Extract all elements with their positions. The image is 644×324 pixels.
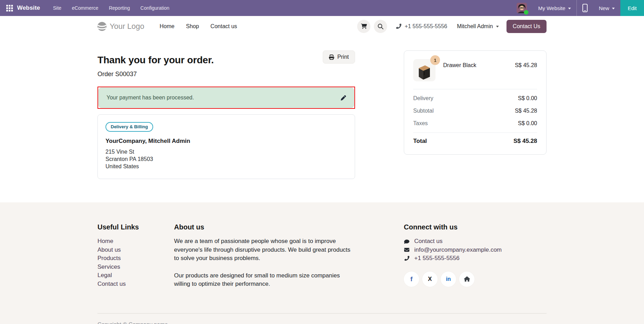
app-name[interactable]: Website	[17, 5, 40, 11]
nav-shop[interactable]: Shop	[186, 23, 199, 30]
cart-button[interactable]	[357, 20, 370, 33]
editor-highlight-outline: Your payment has been processed.	[97, 87, 355, 109]
chevron-down-icon	[612, 8, 615, 9]
address-name: YourCompany, Mitchell Admin	[105, 138, 347, 145]
mobile-icon	[582, 4, 588, 12]
quantity-badge: 1	[430, 55, 440, 65]
home-icon[interactable]	[459, 272, 474, 287]
backend-topbar: Website Site eCommerce Reporting Configu…	[0, 0, 644, 16]
chevron-down-icon	[568, 8, 571, 9]
phone-icon	[396, 24, 401, 29]
footer-phone-link[interactable]: +1 555-555-5556	[404, 254, 547, 263]
alert-message: Your payment has been processed.	[107, 95, 194, 101]
footer-link-about-us[interactable]: About us	[97, 246, 174, 254]
product-price: S$ 45.28	[515, 59, 537, 68]
nav-home[interactable]: Home	[160, 23, 175, 30]
product-name: Drawer Black	[443, 59, 476, 68]
summary-row-delivery: Delivery S$ 0.00	[413, 92, 537, 105]
order-summary-card: 1 Drawer Black S$ 45.28 Delivery S$ 0.00…	[404, 50, 547, 155]
search-button[interactable]	[374, 20, 387, 33]
address-line: 215 Vine St	[105, 148, 347, 155]
mobile-preview-button[interactable]	[577, 0, 593, 16]
about-paragraph-2: Our products are designed for small to m…	[174, 272, 353, 289]
search-icon	[377, 23, 384, 30]
footer-heading-about-us: About us	[174, 223, 353, 231]
footer-heading-connect: Connect with us	[404, 223, 547, 231]
phone-icon	[404, 256, 410, 261]
delivery-billing-card: Delivery & Billing YourCompany, Mitchell…	[97, 114, 355, 179]
chevron-down-icon	[496, 26, 499, 27]
product-image: 1	[413, 59, 435, 81]
footer-email-link[interactable]: info@yourcompany.example.com	[404, 246, 547, 254]
online-status-dot	[524, 10, 528, 15]
divider	[413, 89, 537, 89]
main-content: Thank you for your order. Print Order S0…	[0, 37, 644, 202]
new-content-button[interactable]: New	[593, 0, 620, 16]
linkedin-icon[interactable]: in	[441, 272, 456, 287]
page-title: Thank you for your order.	[97, 55, 214, 66]
delivery-billing-badge: Delivery & Billing	[105, 122, 153, 132]
comment-icon	[404, 239, 410, 244]
footer-link-services[interactable]: Services	[97, 263, 174, 272]
summary-row-total: Total S$ 45.28	[413, 133, 537, 145]
payment-status-alert: Your payment has been processed.	[99, 88, 354, 108]
menu-configuration[interactable]: Configuration	[135, 0, 174, 16]
about-paragraph-1: We are a team of passionate people whose…	[174, 237, 353, 263]
logo-sphere-icon	[97, 22, 107, 31]
user-avatar[interactable]	[517, 3, 527, 13]
summary-row-taxes: Taxes S$ 0.00	[413, 117, 537, 130]
copyright-bar: Copyright © Company name	[97, 313, 547, 324]
apps-grid-icon[interactable]	[6, 5, 13, 11]
footer-link-contact-us[interactable]: Contact us	[97, 280, 174, 289]
cart-icon	[361, 23, 367, 29]
print-button[interactable]: Print	[323, 50, 355, 64]
contact-us-button[interactable]: Contact Us	[506, 20, 547, 33]
footer-heading-useful-links: Useful Links	[97, 223, 174, 231]
footer-link-legal[interactable]: Legal	[97, 271, 174, 280]
summary-row-subtotal: Subtotal S$ 45.28	[413, 105, 537, 117]
social-links: f X in	[404, 272, 547, 287]
site-header: Your Logo Home Shop Contact us +1 555-55…	[0, 16, 644, 37]
menu-site[interactable]: Site	[48, 0, 66, 16]
copyright-text: Copyright © Company name	[97, 322, 168, 324]
address-line: Scranton PA 18503	[105, 155, 347, 163]
print-icon	[329, 55, 334, 60]
site-footer: Useful Links Home About us Products Serv…	[0, 202, 644, 324]
order-line-item: 1 Drawer Black S$ 45.28	[413, 59, 537, 81]
site-nav: Home Shop Contact us	[160, 23, 237, 30]
menu-ecommerce[interactable]: eCommerce	[66, 0, 103, 16]
order-reference: Order S00037	[97, 71, 355, 78]
edit-button[interactable]: Edit	[620, 0, 644, 16]
nav-contact-us[interactable]: Contact us	[211, 23, 237, 30]
website-switcher[interactable]: My Website	[533, 0, 576, 16]
facebook-icon[interactable]: f	[404, 272, 419, 287]
envelope-icon	[404, 247, 410, 252]
twitter-x-icon[interactable]: X	[422, 272, 438, 287]
footer-contact-us-link[interactable]: Contact us	[404, 237, 547, 246]
menu-reporting[interactable]: Reporting	[104, 0, 135, 16]
pencil-icon[interactable]	[341, 95, 346, 100]
footer-link-home[interactable]: Home	[97, 237, 174, 246]
site-logo[interactable]: Your Logo	[97, 22, 144, 31]
user-account-menu[interactable]: Mitchell Admin	[457, 23, 499, 30]
header-phone-link[interactable]: +1 555-555-5556	[396, 23, 447, 30]
footer-link-products[interactable]: Products	[97, 254, 174, 263]
address-line: United States	[105, 163, 347, 170]
